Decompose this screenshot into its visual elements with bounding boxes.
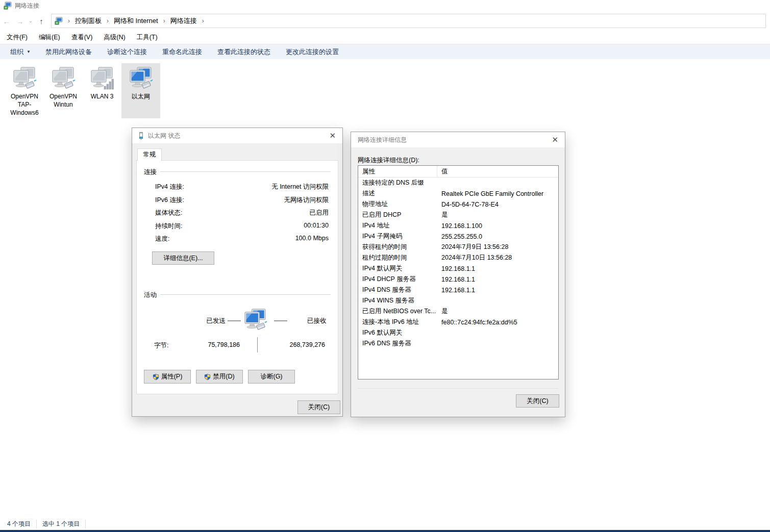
- general-tab-page: 连接 IPv4 连接: 无 Internet 访问权限 IPv6 连接: 无网络…: [136, 160, 338, 394]
- network-connections-icon: [4, 2, 12, 10]
- tab-general[interactable]: 常规: [137, 148, 162, 161]
- details-row[interactable]: 获得租约的时间 2024年7月9日 13:56:28: [358, 242, 558, 252]
- network-adapter-icon: [90, 66, 114, 91]
- up-icon[interactable]: ↑: [35, 17, 48, 26]
- value-cell: 是: [437, 211, 448, 219]
- menu-item[interactable]: 编辑(E): [33, 33, 66, 42]
- toolbar-command[interactable]: 禁用此网络设备: [38, 47, 100, 57]
- recent-locations-chevron-icon[interactable]: ⌄: [27, 18, 35, 23]
- items-count: 4 个项目: [7, 520, 37, 528]
- close-icon[interactable]: ✕: [552, 135, 558, 145]
- toolbar-command[interactable]: 重命名此连接: [155, 47, 210, 57]
- adapter-tile[interactable]: OpenVPN TAP-Windows6: [5, 63, 44, 118]
- organize-dropdown[interactable]: 组织 ▼: [0, 47, 38, 57]
- taskbar-edge: [0, 530, 770, 532]
- details-row[interactable]: IPv4 WINS 服务器: [358, 295, 558, 306]
- details-button[interactable]: 详细信息(E)...: [152, 251, 214, 265]
- connection-row-value: 00:01:30: [304, 222, 329, 229]
- menu-item[interactable]: 工具(T): [131, 33, 163, 42]
- breadcrumb-item[interactable]: 网络和 Internet: [112, 16, 160, 26]
- back-icon[interactable]: ←: [0, 17, 13, 26]
- column-header-property[interactable]: 属性: [358, 166, 437, 177]
- connection-row-value: 已启用: [310, 209, 329, 217]
- details-row[interactable]: IPv4 子网掩码 255.255.255.0: [358, 231, 558, 242]
- connection-row: IPv4 连接: 无 Internet 访问权限: [137, 180, 338, 193]
- adapter-tile[interactable]: WLAN 3: [83, 63, 121, 118]
- details-row[interactable]: 已启用 DHCP 是: [358, 210, 558, 220]
- toolbar-command[interactable]: 诊断这个连接: [100, 47, 155, 57]
- activity-dash: [274, 320, 287, 321]
- property-cell: IPv4 默认网关: [358, 264, 437, 273]
- property-cell: 连接特定的 DNS 后缀: [358, 179, 437, 187]
- group-divider: [160, 171, 331, 172]
- connection-rows: IPv4 连接: 无 Internet 访问权限 IPv6 连接: 无网络访问权…: [137, 180, 338, 245]
- uac-shield-icon: [204, 373, 211, 381]
- breadcrumb-item[interactable]: 网络连接: [168, 16, 199, 26]
- adapter-name: OpenVPN Wintun: [44, 92, 83, 110]
- selected-count: 选中 1 个项目: [42, 520, 86, 528]
- close-button[interactable]: 关闭(C): [516, 394, 559, 408]
- connection-group-label: 连接: [144, 168, 157, 176]
- property-cell: 描述: [358, 189, 437, 198]
- received-label: 已接收: [307, 317, 327, 325]
- details-row[interactable]: 连接-本地 IPv6 地址 fe80::7c24:94fc:fe2a:dd%5: [358, 317, 558, 327]
- diagnose-button[interactable]: 诊断(G): [248, 370, 295, 384]
- breadcrumb: 控制面板 › 网络和 Internet › 网络连接 ›: [73, 16, 207, 26]
- breadcrumb-separator: ›: [65, 17, 73, 24]
- connection-row-label: 持续时间:: [155, 222, 182, 231]
- forward-icon[interactable]: →: [13, 17, 27, 26]
- value-cell: 2024年7月9日 13:56:28: [437, 243, 508, 251]
- details-row[interactable]: IPv6 DNS 服务器: [358, 338, 558, 349]
- details-row[interactable]: 描述 Realtek PCIe GbE Family Controller: [358, 188, 558, 199]
- menu-item[interactable]: 文件(F): [1, 33, 33, 42]
- details-row[interactable]: IPv4 地址 192.168.1.100: [358, 220, 558, 231]
- properties-button[interactable]: 属性(P): [144, 370, 191, 384]
- listview-header: 属性 值: [358, 166, 558, 178]
- property-cell: IPv6 默认网关: [358, 328, 437, 337]
- details-row[interactable]: IPv6 默认网关: [358, 327, 558, 338]
- breadcrumb-separator: ›: [160, 17, 168, 24]
- menu-item[interactable]: 查看(V): [66, 33, 98, 42]
- value-cell: 192.168.1.1: [437, 287, 475, 294]
- bytes-label: 字节:: [154, 341, 168, 350]
- connection-row: IPv6 连接: 无网络访问权限: [137, 193, 338, 207]
- details-row[interactable]: IPv4 DHCP 服务器 192.168.1.1: [358, 274, 558, 285]
- adapter-tile[interactable]: OpenVPN Wintun: [44, 63, 83, 118]
- property-cell: IPv4 WINS 服务器: [358, 296, 437, 305]
- details-row[interactable]: 物理地址 D4-5D-64-7C-78-E4: [358, 199, 558, 210]
- received-bytes-value: 268,739,276: [268, 341, 325, 348]
- connection-row: 媒体状态: 已启用: [137, 206, 338, 219]
- property-cell: 物理地址: [358, 200, 437, 209]
- connection-row-value: 无网络访问权限: [284, 196, 329, 205]
- property-cell: 租约过期的时间: [358, 254, 437, 262]
- details-row[interactable]: 租约过期的时间 2024年7月10日 13:56:28: [358, 252, 558, 263]
- details-listview[interactable]: 属性 值 连接特定的 DNS 后缀 描述 Realtek PCIe GbE Fa…: [358, 165, 559, 379]
- details-row[interactable]: IPv4 DNS 服务器 192.168.1.1: [358, 285, 558, 295]
- close-button[interactable]: 关闭(C): [297, 400, 340, 414]
- navigation-bar: ← → ⌄ ↑ › 控制面板 › 网络和 Internet: [0, 11, 770, 31]
- address-bar[interactable]: › 控制面板 › 网络和 Internet › 网络连接 ›: [51, 14, 766, 28]
- details-row[interactable]: IPv4 默认网关 192.168.1.1: [358, 263, 558, 274]
- toolbar-command[interactable]: 查看此连接的状态: [210, 47, 278, 57]
- ethernet-status-dialog: 以太网 状态 ✕ 常规 连接 IPv4 连接: 无 Internet 访问权限 …: [132, 128, 343, 417]
- value-cell: 2024年7月10日 13:56:28: [437, 254, 512, 262]
- value-cell: Realtek PCIe GbE Family Controller: [437, 190, 543, 197]
- sent-bytes-value: 75,798,186: [178, 341, 240, 348]
- close-icon[interactable]: ✕: [329, 131, 336, 141]
- toolbar-command[interactable]: 更改此连接的设置: [278, 47, 346, 57]
- adapter-list: OpenVPN TAP-Windows6: [5, 63, 160, 118]
- uac-shield-icon: [153, 373, 159, 381]
- details-row[interactable]: 连接特定的 DNS 后缀: [358, 178, 558, 188]
- breadcrumb-separator: ›: [199, 17, 207, 24]
- dialog-divider: [358, 388, 558, 389]
- activity-group-label: 活动: [144, 291, 157, 299]
- adapter-tile[interactable]: 以太网: [121, 63, 160, 118]
- details-row[interactable]: 已启用 NetBIOS over Tc... 是: [358, 306, 558, 317]
- column-header-value[interactable]: 值: [437, 167, 448, 176]
- sent-label: 已发送: [197, 317, 226, 325]
- menu-item[interactable]: 高级(N): [98, 33, 131, 42]
- property-cell: 获得租约的时间: [358, 243, 437, 251]
- breadcrumb-item[interactable]: 控制面板: [73, 16, 104, 26]
- connection-row: 速度: 100.0 Mbps: [137, 232, 338, 245]
- disable-button[interactable]: 禁用(D): [196, 370, 243, 384]
